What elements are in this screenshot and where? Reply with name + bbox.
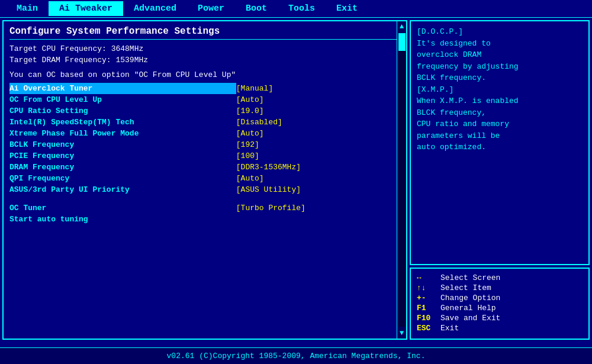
extra-settings-table: OC Tuner[Turbo Profile]Start auto tuning: [9, 202, 400, 225]
nav-desc: Change Option: [440, 294, 500, 302]
nav-row: ↔Select Screen: [417, 273, 583, 282]
setting-name: Xtreme Phase Full Power Mode: [9, 128, 236, 139]
table-row[interactable]: ASUS/3rd Party UI Priority[ASUS Utility]: [9, 184, 400, 195]
help-line: When X.M.P. is enabled: [417, 95, 583, 107]
setting-value: [Auto]: [236, 94, 400, 105]
setting-name: CPU Ratio Setting: [9, 105, 236, 117]
setting-value: [Auto]: [236, 128, 400, 139]
setting-name: QPI Frequency: [9, 173, 236, 184]
menu-tools[interactable]: Tools: [278, 1, 326, 16]
table-row[interactable]: Start auto tuning: [9, 214, 400, 225]
nav-row: F10Save and Exit: [417, 314, 583, 323]
setting-name: OC From CPU Level Up: [9, 94, 236, 105]
panel-title: Configure System Performance Settings: [9, 26, 400, 40]
setting-value: [ASUS Utility]: [236, 184, 400, 195]
table-row[interactable]: CPU Ratio Setting[19.0]: [9, 105, 400, 117]
table-row[interactable]: OC From CPU Level Up[Auto]: [9, 94, 400, 105]
menu-boot[interactable]: Boot: [235, 1, 278, 16]
dram-freq-line: Target DRAM Frequency: 1539MHz: [9, 56, 400, 65]
setting-value: [DDR3-1536MHz]: [236, 162, 400, 173]
setting-name: OC Tuner: [9, 202, 236, 214]
help-line: overclock DRAM: [417, 49, 583, 61]
nav-desc: Select Screen: [440, 273, 500, 282]
setting-name: PCIE Frequency: [9, 150, 236, 162]
footer: v02.61 (C)Copyright 1985-2009, American …: [0, 347, 592, 364]
menu-bar: Main Ai Tweaker Advanced Power Boot Tool…: [0, 0, 592, 18]
setting-value: [19.0]: [236, 105, 400, 117]
nav-row: ESCExit: [417, 324, 583, 333]
help-line: auto optimized.: [417, 141, 583, 153]
nav-desc: Save and Exit: [440, 314, 500, 323]
nav-row: ↑↓Select Item: [417, 284, 583, 292]
setting-value: [192]: [236, 139, 400, 150]
help-line: It's designed to: [417, 38, 583, 50]
table-row[interactable]: Intel(R) SpeedStep(TM) Tech[Disabled]: [9, 117, 400, 128]
table-row[interactable]: Ai Overclock Tuner[Manual]: [9, 83, 400, 94]
nav-key: F1: [417, 304, 440, 313]
menu-power[interactable]: Power: [187, 1, 235, 16]
nav-row: +-Change Option: [417, 294, 583, 302]
content-area: Configure System Performance Settings Ta…: [0, 18, 592, 342]
help-box: [D.O.C.P.]It's designed tooverclock DRAM…: [410, 20, 590, 265]
setting-value: [Manual]: [236, 83, 400, 94]
settings-table: Ai Overclock Tuner[Manual]OC From CPU Le…: [9, 83, 400, 195]
nav-key: ↔: [417, 273, 440, 282]
help-line: [D.O.C.P.]: [417, 26, 583, 38]
setting-name: Start auto tuning: [9, 214, 236, 225]
table-row[interactable]: BCLK Frequency[192]: [9, 139, 400, 150]
footer-text: v02.61 (C)Copyright 1985-2009, American …: [167, 352, 426, 360]
help-line: parameters will be: [417, 130, 583, 142]
scroll-up-arrow[interactable]: ▲: [398, 21, 405, 32]
help-line: CPU ratio and memory: [417, 118, 583, 130]
help-line: BLCK frequency,: [417, 107, 583, 119]
table-row[interactable]: Xtreme Phase Full Power Mode[Auto]: [9, 128, 400, 139]
scroll-down-arrow[interactable]: ▼: [398, 328, 405, 339]
setting-value: [Disabled]: [236, 117, 400, 128]
help-line: BCLK frequency.: [417, 72, 583, 84]
table-row[interactable]: DRAM Frequency[DDR3-1536MHz]: [9, 162, 400, 173]
help-line: [X.M.P.]: [417, 84, 583, 96]
setting-value: [236, 214, 400, 225]
nav-desc: General Help: [440, 304, 496, 313]
menu-exit[interactable]: Exit: [326, 1, 368, 16]
setting-name: Intel(R) SpeedStep(TM) Tech: [9, 117, 236, 128]
nav-row: F1General Help: [417, 304, 583, 313]
left-panel: Configure System Performance Settings Ta…: [2, 20, 407, 340]
scrollbar[interactable]: ▲ ▼: [397, 21, 406, 339]
nav-key: F10: [417, 314, 440, 323]
table-row[interactable]: OC Tuner[Turbo Profile]: [9, 202, 400, 214]
nav-desc: Select Item: [440, 284, 491, 292]
setting-value: [Turbo Profile]: [236, 202, 400, 214]
nav-key: +-: [417, 294, 440, 302]
menu-ai-tweaker[interactable]: Ai Tweaker: [49, 1, 123, 16]
nav-key: ESC: [417, 324, 440, 333]
setting-name: BCLK Frequency: [9, 139, 236, 150]
help-text: [D.O.C.P.]It's designed tooverclock DRAM…: [417, 26, 583, 153]
menu-advanced[interactable]: Advanced: [123, 1, 187, 16]
scroll-track: [398, 33, 406, 327]
nav-box: ↔Select Screen↑↓Select Item+-Change Opti…: [410, 268, 590, 340]
table-row[interactable]: PCIE Frequency[100]: [9, 150, 400, 162]
nav-key: ↑↓: [417, 284, 440, 292]
cpu-freq-line: Target CPU Frequency: 3648MHz: [9, 44, 400, 53]
setting-name: Ai Overclock Tuner: [9, 83, 236, 94]
right-panel: [D.O.C.P.]It's designed tooverclock DRAM…: [408, 18, 592, 342]
nav-desc: Exit: [440, 324, 459, 333]
help-line: frequency by adjusting: [417, 61, 583, 73]
nav-content: ↔Select Screen↑↓Select Item+-Change Opti…: [417, 273, 583, 333]
setting-name: ASUS/3rd Party UI Priority: [9, 184, 236, 195]
setting-value: [Auto]: [236, 173, 400, 184]
setting-value: [100]: [236, 150, 400, 162]
scroll-thumb: [398, 33, 406, 51]
menu-main[interactable]: Main: [6, 1, 49, 16]
oc-note: You can OC based on option "OC From CPU …: [9, 70, 400, 79]
setting-name: DRAM Frequency: [9, 162, 236, 173]
table-row[interactable]: QPI Frequency[Auto]: [9, 173, 400, 184]
